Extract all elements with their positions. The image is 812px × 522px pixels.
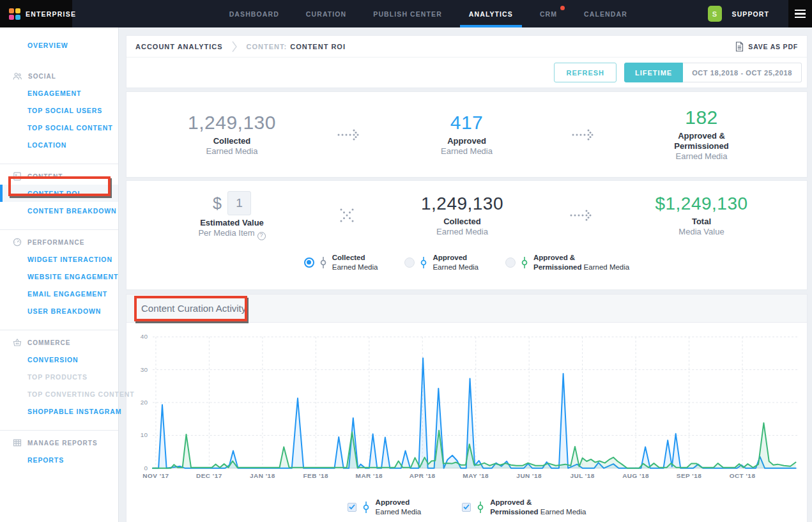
sidebar-item-top-converting-content: TOP CONVERTING CONTENT: [0, 385, 118, 403]
stat-collected: 1,249,130 Collected Earned Media: [146, 112, 318, 157]
stat-approved-permissioned: 182 Approved & Permissioned Earned Media: [615, 107, 788, 162]
sidebar-section-performance: PERFORMANCE WIDGET INTERACTION WEBSITE E…: [0, 229, 118, 319]
help-icon[interactable]: ?: [257, 232, 266, 240]
brand[interactable]: ENTERPRISE: [0, 0, 72, 27]
roi-collected-block: 1,249,130 Collected Earned Media: [376, 194, 549, 238]
sidebar-item-top-social-content[interactable]: TOP SOCIAL CONTENT: [0, 119, 118, 136]
sidebar-section-manage-reports-header: MANAGE REPORTS: [0, 434, 118, 451]
estimated-value-input[interactable]: 1: [227, 191, 251, 215]
performance-icon: [13, 238, 22, 247]
nav-item-curation[interactable]: CURATION: [297, 0, 355, 27]
sidebar: OVERVIEW SOCIAL ENGAGEMENT TOP SOCIAL US…: [0, 27, 119, 522]
support-link[interactable]: SUPPORT: [732, 10, 769, 18]
sidebar-item-location[interactable]: LOCATION: [0, 136, 118, 153]
section-label: MANAGE REPORTS: [27, 440, 98, 447]
sidebar-item-content-roi[interactable]: CONTENT ROI: [0, 185, 118, 202]
section-label: SOCIAL: [28, 73, 56, 80]
sidebar-item-shoppable-instagram[interactable]: SHOPPABLE INSTAGRAM: [0, 403, 118, 420]
series-marker-icon: [477, 501, 484, 514]
toolbar: REFRESH LIFETIME OCT 18,2018 - OCT 25,20…: [126, 57, 807, 88]
svg-text:JAN '18: JAN '18: [250, 472, 275, 479]
sidebar-item-overview[interactable]: OVERVIEW: [0, 36, 118, 54]
save-as-pdf-button[interactable]: SAVE AS PDF: [735, 42, 798, 52]
roi-collected-value: 1,249,130: [376, 194, 549, 214]
lifetime-button[interactable]: LIFETIME: [624, 63, 683, 82]
breadcrumb: ACCOUNT ANALYTICS CONTENT: CONTENT ROI S…: [126, 36, 807, 57]
sidebar-item-reports[interactable]: REPORTS: [0, 451, 118, 468]
series-marker-icon: [420, 256, 427, 269]
hamburger-icon[interactable]: [788, 0, 812, 27]
svg-text:FEB '18: FEB '18: [303, 472, 329, 479]
svg-text:40: 40: [141, 333, 148, 340]
legend-item-approved[interactable]: Approved Earned Media: [348, 498, 422, 517]
nav-item-analytics[interactable]: ANALYTICS: [460, 0, 522, 27]
checkbox-checked-icon[interactable]: [348, 503, 356, 512]
radio-unselected-icon[interactable]: [404, 257, 415, 268]
sidebar-item-widget-interaction[interactable]: WIDGET INTERACTION: [0, 250, 118, 268]
brand-logo-icon: [9, 8, 20, 20]
nav-menu: DASHBOARD CURATION PUBLISH CENTER ANALYT…: [149, 0, 708, 27]
sidebar-item-top-social-users[interactable]: TOP SOCIAL USERS: [0, 102, 118, 119]
radio-option-approved[interactable]: Approved Earned Media: [404, 253, 479, 272]
date-range-button[interactable]: OCT 18,2018 - OCT 25,2018: [683, 63, 802, 82]
radio-option-approved-permissioned[interactable]: Approved & Permissioned Earned Media: [505, 253, 629, 272]
dotted-arrow-icon: [571, 127, 597, 143]
chart-header: Content Curation Activity: [126, 295, 807, 323]
sidebar-item-user-breakdown[interactable]: USER BREAKDOWN: [0, 302, 118, 319]
checkbox-checked-icon[interactable]: [462, 503, 471, 512]
radio-unselected-icon[interactable]: [505, 257, 516, 268]
sidebar-section-social-header: SOCIAL: [0, 68, 118, 84]
dotted-arrow-icon: [569, 207, 595, 224]
legend-label: Approved & Permissioned Earned Media: [490, 498, 586, 517]
stat-approved-title: Approved: [381, 136, 553, 146]
users-icon: [13, 72, 22, 81]
sidebar-section-content: CONTENT CONTENT ROI CONTENT BREAKDOWN: [0, 164, 118, 219]
roi-collected-subtitle: Earned Media: [376, 227, 549, 238]
radio-option-label: Approved Earned Media: [433, 253, 479, 272]
chart-body: NOV '17DEC '17JAN '18FEB '18MAR '18APR '…: [126, 323, 807, 517]
series-marker-icon: [319, 256, 327, 269]
stat-approved-permissioned-value: 182: [615, 107, 788, 128]
content-icon: [13, 172, 22, 181]
sidebar-item-engagement[interactable]: ENGAGEMENT: [0, 84, 118, 102]
chart-legend: Approved Earned Media Approved & Permiss…: [134, 498, 800, 517]
sidebar-item-top-products: TOP PRODUCTS: [0, 368, 118, 385]
sidebar-section-content-header: CONTENT: [0, 168, 118, 185]
estimated-value-title: Estimated Value: [146, 218, 318, 228]
estimated-value-block: $ 1 Estimated Value Per Media Item?: [146, 191, 318, 240]
stat-collected-subtitle: Earned Media: [146, 146, 318, 157]
section-label: COMMERCE: [27, 339, 70, 346]
svg-text:MAR '18: MAR '18: [356, 472, 383, 479]
header-panel: ACCOUNT ANALYTICS CONTENT: CONTENT ROI S…: [126, 35, 808, 88]
user-avatar[interactable]: S: [708, 6, 722, 22]
series-radio-group: Collected Earned Media Approved Earned M…: [126, 253, 807, 272]
stat-approved-permissioned-subtitle: Earned Media: [615, 151, 788, 162]
nav-item-calendar[interactable]: CALENDAR: [575, 0, 636, 27]
nav-item-crm-label: CRM: [540, 10, 557, 18]
radio-option-label: Approved & Permissioned Earned Media: [533, 253, 629, 272]
nav-item-dashboard[interactable]: DASHBOARD: [220, 0, 288, 27]
sidebar-item-content-breakdown[interactable]: CONTENT BREAKDOWN: [0, 202, 118, 219]
sidebar-item-conversion[interactable]: CONVERSION: [0, 351, 118, 368]
radio-option-collected[interactable]: Collected Earned Media: [304, 253, 378, 272]
nav-right: S SUPPORT: [708, 0, 812, 27]
sidebar-item-email-engagement[interactable]: EMAIL ENGAGEMENT: [0, 285, 118, 302]
sidebar-section-commerce: COMMERCE CONVERSION TOP PRODUCTS TOP CON…: [0, 330, 118, 420]
breadcrumb-section: CONTENT:: [247, 43, 287, 50]
radio-selected-icon[interactable]: [304, 257, 314, 268]
section-label: PERFORMANCE: [27, 239, 84, 246]
total-media-value-subtitle: Media Value: [615, 227, 788, 238]
sidebar-section-commerce-header: COMMERCE: [0, 334, 118, 351]
legend-item-approved-permissioned[interactable]: Approved & Permissioned Earned Media: [462, 498, 586, 517]
notification-dot: [560, 6, 565, 10]
sidebar-item-website-engagement[interactable]: WEBSITE ENGAGEMENT: [0, 268, 118, 285]
date-range-control: LIFETIME OCT 18,2018 - OCT 25,2018: [624, 63, 802, 82]
breadcrumb-root[interactable]: ACCOUNT ANALYTICS: [135, 43, 223, 50]
nav-item-publish-center[interactable]: PUBLISH CENTER: [364, 0, 451, 27]
refresh-button[interactable]: REFRESH: [554, 63, 617, 82]
nav-item-crm[interactable]: CRM: [531, 0, 566, 27]
svg-text:JUN '18: JUN '18: [516, 472, 542, 479]
stat-collected-value: 1,249,130: [146, 112, 318, 134]
save-as-pdf-label: SAVE AS PDF: [748, 43, 798, 50]
svg-text:OCT '18: OCT '18: [730, 472, 756, 479]
